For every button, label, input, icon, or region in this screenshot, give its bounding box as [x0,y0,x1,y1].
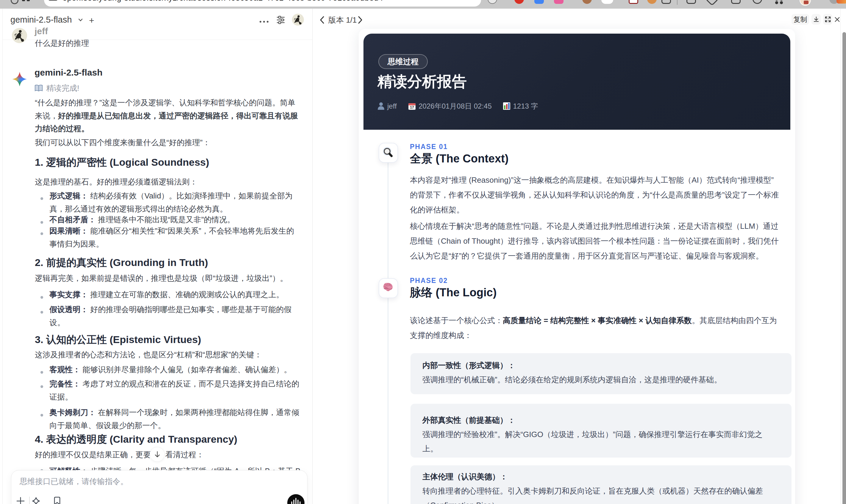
svg-text:17: 17 [410,105,415,109]
